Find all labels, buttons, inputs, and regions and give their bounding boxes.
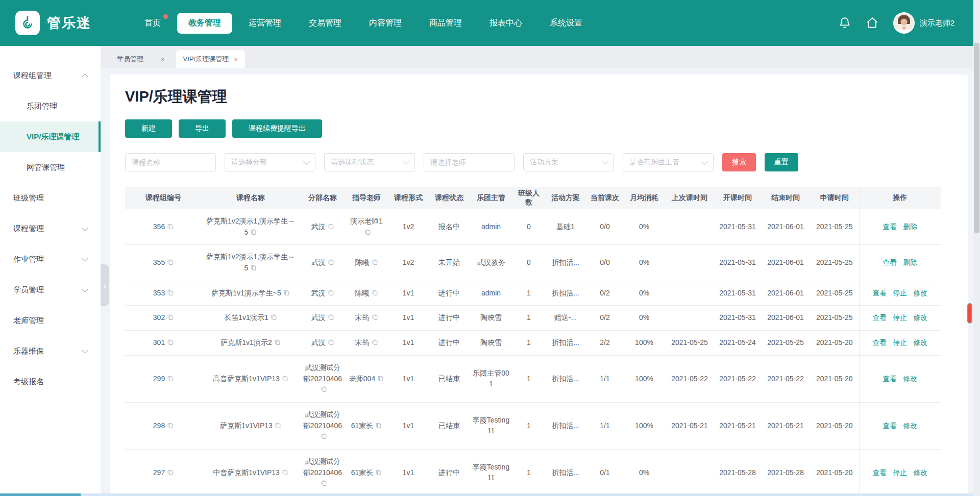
row-action-修改[interactable]: 修改	[913, 338, 927, 346]
row-action-查看[interactable]: 查看	[872, 289, 887, 297]
nav-item-1[interactable]: 教务管理	[177, 13, 232, 34]
course-name-input[interactable]	[125, 153, 216, 171]
row-action-删除[interactable]: 删除	[903, 222, 917, 231]
sidebar-item-2[interactable]: 课程管理	[0, 213, 101, 244]
sidebar-item-7[interactable]: 考级报名	[0, 366, 101, 397]
copy-icon[interactable]	[167, 259, 174, 265]
teacher-input[interactable]	[424, 153, 514, 171]
copy-icon[interactable]	[275, 422, 281, 429]
cell-form: 1v1	[387, 306, 429, 331]
cell-status-value: 报名中	[438, 222, 460, 231]
copy-icon[interactable]	[167, 289, 174, 296]
sidebar-subitem-0-2[interactable]: 网管课管理	[0, 152, 101, 183]
copy-icon[interactable]	[282, 375, 288, 382]
copy-icon[interactable]	[328, 259, 334, 265]
vertical-scrollbar[interactable]	[973, 0, 980, 496]
sidebar-item-1[interactable]: 班级管理	[0, 183, 101, 213]
copy-icon[interactable]	[167, 375, 174, 382]
sidebar-item-4[interactable]: 学员管理	[0, 275, 101, 305]
copy-icon[interactable]	[375, 469, 382, 476]
row-action-查看[interactable]: 查看	[872, 313, 887, 321]
row-action-查看[interactable]: 查看	[883, 222, 897, 231]
tab-0[interactable]: 学员管理×	[110, 50, 172, 68]
horizontal-scrollbar[interactable]	[0, 493, 973, 496]
copy-icon[interactable]	[328, 289, 334, 296]
copy-icon[interactable]	[321, 480, 327, 486]
row-action-修改[interactable]: 修改	[903, 421, 917, 430]
user-menu[interactable]: 演示老师2	[893, 12, 954, 34]
copy-icon[interactable]	[328, 314, 334, 320]
copy-icon[interactable]	[328, 339, 334, 345]
activity-plan-select[interactable]: 活动方案	[523, 153, 614, 171]
nav-item-0[interactable]: 首页	[133, 13, 172, 34]
row-action-查看[interactable]: 查看	[883, 421, 897, 430]
row-action-停止[interactable]: 停止	[893, 468, 907, 477]
row-action-修改[interactable]: 修改	[913, 468, 927, 477]
copy-icon[interactable]	[377, 375, 384, 382]
copy-icon[interactable]	[167, 422, 174, 429]
action-button-1[interactable]: 导出	[179, 119, 226, 138]
sidebar-collapse-handle[interactable]: ‹	[101, 264, 109, 306]
copy-icon[interactable]	[283, 289, 290, 296]
sidebar-item-3[interactable]: 作业管理	[0, 244, 101, 275]
search-button[interactable]: 搜索	[722, 153, 756, 171]
nav-item-5[interactable]: 商品管理	[418, 13, 473, 34]
row-action-删除[interactable]: 删除	[903, 258, 917, 266]
red-scroll-indicator[interactable]	[967, 303, 972, 324]
sidebar-item-6[interactable]: 乐器维保	[0, 336, 101, 366]
sidebar-item-0[interactable]: 课程组管理	[0, 60, 101, 91]
copy-icon[interactable]	[321, 433, 327, 439]
row-action-查看[interactable]: 查看	[872, 338, 887, 346]
reset-button[interactable]: 重置	[765, 153, 798, 171]
nav-item-3[interactable]: 交易管理	[298, 13, 353, 34]
band-leader-select[interactable]: 是否有乐团主管	[623, 153, 714, 171]
copy-icon[interactable]	[372, 289, 378, 296]
copy-icon[interactable]	[167, 223, 174, 230]
sidebar-subitem-0-0[interactable]: 乐团管理	[0, 91, 101, 121]
row-action-修改[interactable]: 修改	[913, 313, 927, 321]
action-button-0[interactable]: 新建	[125, 119, 172, 138]
nav-item-6[interactable]: 报表中心	[478, 13, 533, 34]
sidebar-item-5[interactable]: 老师管理	[0, 305, 101, 336]
cell-current-value: 0/0	[600, 258, 609, 266]
copy-icon[interactable]	[328, 223, 334, 230]
sidebar-subitem-0-1[interactable]: VIP/乐理课管理	[0, 121, 101, 152]
nav-item-7[interactable]: 系统设置	[538, 13, 594, 34]
cell-teacher-value: 61家长	[351, 421, 374, 430]
vertical-scrollbar-thumb[interactable]	[974, 43, 979, 233]
copy-icon[interactable]	[271, 314, 277, 320]
copy-icon[interactable]	[167, 469, 174, 476]
row-action-停止[interactable]: 停止	[893, 289, 907, 297]
copy-icon[interactable]	[372, 259, 378, 265]
copy-icon[interactable]	[375, 422, 382, 429]
copy-icon[interactable]	[250, 264, 257, 271]
copy-icon[interactable]	[167, 314, 174, 320]
copy-icon[interactable]	[321, 386, 327, 392]
copy-icon[interactable]	[167, 339, 174, 345]
row-action-查看[interactable]: 查看	[883, 258, 897, 266]
horizontal-scrollbar-thumb[interactable]	[0, 493, 81, 496]
copy-icon[interactable]	[282, 469, 288, 476]
branch-select[interactable]: 请选择分部	[225, 153, 315, 171]
action-button-2[interactable]: 课程续费提醒导出	[232, 119, 322, 138]
cell-leader: 李霞Testing11	[469, 402, 513, 449]
close-icon[interactable]: ×	[234, 56, 238, 63]
copy-icon[interactable]	[372, 339, 378, 345]
nav-item-4[interactable]: 内容管理	[358, 13, 413, 34]
bell-icon[interactable]	[838, 16, 851, 30]
row-action-查看[interactable]: 查看	[872, 468, 887, 477]
nav-item-2[interactable]: 运营管理	[237, 13, 292, 34]
copy-icon[interactable]	[364, 229, 371, 235]
copy-icon[interactable]	[372, 314, 378, 320]
row-action-停止[interactable]: 停止	[893, 313, 907, 321]
row-action-修改[interactable]: 修改	[913, 289, 927, 297]
copy-icon[interactable]	[250, 229, 257, 235]
row-action-查看[interactable]: 查看	[883, 375, 897, 383]
row-action-修改[interactable]: 修改	[903, 375, 917, 383]
close-icon[interactable]: ×	[161, 56, 165, 63]
course-status-select[interactable]: 请选课程状态	[324, 153, 415, 171]
tab-1[interactable]: VIP/乐理课管理×	[176, 50, 245, 68]
row-action-停止[interactable]: 停止	[893, 338, 907, 346]
copy-icon[interactable]	[274, 339, 281, 345]
home-icon[interactable]	[866, 16, 879, 30]
